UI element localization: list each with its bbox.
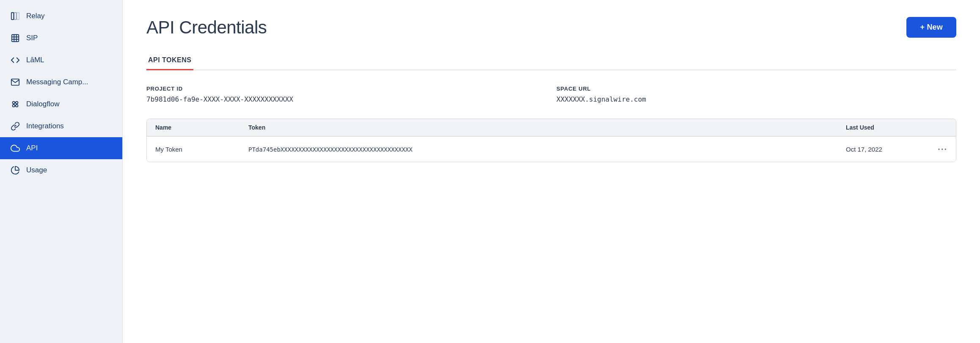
credentials-grid: PROJECT ID 7b981d06-fa9e-XXXX-XXXX-XXXXX…: [146, 86, 956, 103]
sidebar-item-api[interactable]: API: [0, 137, 122, 159]
tab-api-tokens[interactable]: API Tokens: [146, 51, 193, 70]
page-title: API Credentials: [146, 17, 267, 38]
header-last-used: Last Used: [846, 124, 930, 131]
space-url-label: SPACE URL: [556, 86, 956, 92]
laml-icon: [10, 55, 20, 65]
token-actions-button[interactable]: ···: [930, 144, 947, 154]
dialogflow-icon: [10, 99, 20, 109]
sidebar-item-usage-label: Usage: [26, 166, 47, 174]
sidebar-item-relay[interactable]: Relay: [0, 5, 122, 27]
project-id-label: PROJECT ID: [146, 86, 546, 92]
sidebar-item-laml[interactable]: LāML: [0, 49, 122, 71]
project-id-value: 7b981d06-fa9e-XXXX-XXXX-XXXXXXXXXXXX: [146, 95, 293, 103]
sidebar-item-laml-label: LāML: [26, 56, 44, 64]
token-last-used: Oct 17, 2022: [846, 146, 930, 153]
sip-icon: [10, 33, 20, 43]
sidebar-item-dialogflow-label: Dialogflow: [26, 100, 59, 108]
sidebar-item-dialogflow[interactable]: Dialogflow: [0, 93, 122, 115]
sidebar-item-api-label: API: [26, 144, 38, 152]
sidebar-item-sip[interactable]: SIP: [0, 27, 122, 49]
sidebar: Relay SIP LāML: [0, 0, 123, 343]
sidebar-item-messaging-label: Messaging Camp...: [26, 78, 88, 86]
usage-icon: [10, 165, 20, 175]
svg-rect-0: [11, 13, 14, 20]
sidebar-item-integrations[interactable]: Integrations: [0, 115, 122, 137]
table-row: My Token PTda745ebXXXXXXXXXXXXXXXXXXXXXX…: [147, 136, 956, 162]
messaging-icon: [10, 77, 20, 87]
header-row: API Credentials + New: [146, 17, 956, 38]
tabs: API Tokens: [146, 51, 956, 70]
header-name: Name: [155, 124, 248, 131]
token-name: My Token: [155, 146, 248, 153]
space-url-item: SPACE URL XXXXXXX.signalwire.com: [556, 86, 956, 103]
sidebar-item-integrations-label: Integrations: [26, 122, 64, 130]
header-actions: [930, 124, 947, 131]
svg-rect-1: [14, 13, 17, 20]
token-value: PTda745ebXXXXXXXXXXXXXXXXXXXXXXXXXXXXXXX…: [248, 146, 846, 153]
svg-rect-3: [12, 35, 19, 42]
sidebar-item-sip-label: SIP: [26, 34, 38, 42]
token-table: Name Token Last Used My Token PTda745ebX…: [146, 119, 956, 162]
header-token: Token: [248, 124, 846, 131]
table-header: Name Token Last Used: [147, 119, 956, 136]
project-id-item: PROJECT ID 7b981d06-fa9e-XXXX-XXXX-XXXXX…: [146, 86, 546, 103]
main-content: API Credentials + New API Tokens PROJECT…: [123, 0, 980, 343]
sidebar-item-usage[interactable]: Usage: [0, 159, 122, 181]
sidebar-item-relay-label: Relay: [26, 12, 44, 20]
sidebar-item-messaging-camp[interactable]: Messaging Camp...: [0, 71, 122, 93]
integrations-icon: [10, 121, 20, 131]
relay-icon: [10, 11, 20, 21]
space-url-value: XXXXXXX.signalwire.com: [556, 95, 646, 103]
new-button[interactable]: + New: [906, 17, 956, 38]
api-icon: [10, 143, 20, 153]
svg-rect-2: [17, 13, 19, 20]
